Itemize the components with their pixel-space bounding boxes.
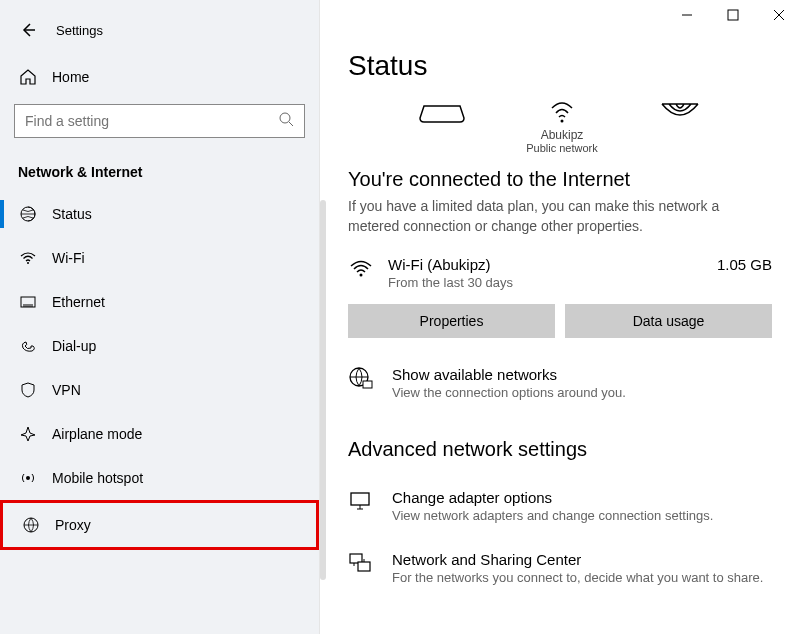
search-box[interactable] — [14, 104, 305, 138]
connection-sub: From the last 30 days — [388, 275, 717, 290]
show-networks-row[interactable]: Show available networks View the connect… — [348, 366, 772, 400]
app-title: Settings — [56, 23, 103, 38]
connection-row: Wi-Fi (Abukipz) From the last 30 days 1.… — [348, 256, 772, 290]
advanced-heading: Advanced network settings — [348, 438, 772, 461]
sidebar-item-label: Dial-up — [52, 338, 96, 354]
maximize-button[interactable] — [710, 0, 756, 30]
sidebar-item-label: Status — [52, 206, 92, 222]
option-title: Change adapter options — [392, 489, 713, 506]
globe-icon — [348, 366, 378, 396]
wifi-icon — [348, 256, 378, 286]
sidebar-item-airplane[interactable]: Airplane mode — [0, 412, 319, 456]
search-input[interactable] — [25, 113, 278, 129]
wifi-icon — [18, 249, 38, 267]
globe-icon — [658, 100, 702, 130]
page-title: Status — [348, 50, 772, 82]
sidebar: Settings Home Network & Internet Status — [0, 0, 320, 634]
device-icon — [418, 100, 466, 130]
titlebar: Settings — [0, 10, 319, 58]
sidebar-item-label: Airplane mode — [52, 426, 142, 442]
sidebar-item-hotspot[interactable]: Mobile hotspot — [0, 456, 319, 500]
proxy-icon — [21, 516, 41, 534]
sharing-icon — [348, 551, 378, 581]
sidebar-item-wifi[interactable]: Wi-Fi — [0, 236, 319, 280]
back-button[interactable] — [14, 16, 42, 44]
sidebar-item-label: Mobile hotspot — [52, 470, 143, 486]
option-sub: For the networks you connect to, decide … — [392, 570, 763, 585]
svg-point-2 — [27, 262, 29, 264]
option-sub: View network adapters and change connect… — [392, 508, 713, 523]
hotspot-icon — [18, 469, 38, 487]
nav-list: Status Wi-Fi Ethernet Dial-up VPN Airpla… — [0, 192, 319, 550]
sidebar-item-status[interactable]: Status — [0, 192, 319, 236]
diagram-sub: Public network — [526, 142, 598, 154]
close-button[interactable] — [756, 0, 802, 30]
airplane-icon — [18, 425, 38, 443]
adapter-icon — [348, 489, 378, 519]
connection-name: Wi-Fi (Abukipz) — [388, 256, 717, 273]
svg-rect-10 — [363, 381, 372, 388]
diagram-label: Abukipz — [541, 128, 584, 142]
data-usage-button[interactable]: Data usage — [565, 304, 772, 338]
dialup-icon — [18, 337, 38, 355]
sidebar-item-label: VPN — [52, 382, 81, 398]
svg-point-0 — [280, 113, 290, 123]
connection-usage: 1.05 GB — [717, 256, 772, 273]
home-label: Home — [52, 69, 89, 85]
properties-button[interactable]: Properties — [348, 304, 555, 338]
connected-heading: You're connected to the Internet — [348, 168, 772, 191]
sidebar-item-label: Ethernet — [52, 294, 105, 310]
status-icon — [18, 205, 38, 223]
home-icon — [18, 68, 38, 86]
option-sub: View the connection options around you. — [392, 385, 626, 400]
vpn-icon — [18, 381, 38, 399]
adapter-options-row[interactable]: Change adapter options View network adap… — [348, 489, 772, 523]
nav-home[interactable]: Home — [0, 58, 319, 96]
wifi-connection-icon: Abukipz Public network — [526, 100, 598, 154]
svg-point-4 — [26, 476, 30, 480]
window-controls — [664, 0, 802, 30]
sharing-center-row[interactable]: Network and Sharing Center For the netwo… — [348, 551, 772, 585]
sidebar-item-proxy[interactable]: Proxy — [0, 500, 319, 550]
sidebar-item-label: Wi-Fi — [52, 250, 85, 266]
minimize-button[interactable] — [664, 0, 710, 30]
option-title: Show available networks — [392, 366, 626, 383]
sidebar-item-label: Proxy — [55, 517, 91, 533]
svg-rect-6 — [728, 10, 738, 20]
search-icon — [278, 111, 294, 131]
main-content: Status Abukipz Public network You're con… — [320, 0, 802, 634]
ethernet-icon — [18, 293, 38, 311]
network-diagram: Abukipz Public network — [348, 100, 772, 154]
sidebar-item-vpn[interactable]: VPN — [0, 368, 319, 412]
svg-rect-11 — [351, 493, 369, 505]
connected-text: If you have a limited data plan, you can… — [348, 197, 772, 236]
svg-point-7 — [560, 120, 563, 123]
option-title: Network and Sharing Center — [392, 551, 763, 568]
category-title: Network & Internet — [0, 148, 319, 192]
svg-point-8 — [360, 274, 363, 277]
svg-rect-13 — [358, 562, 370, 571]
sidebar-item-ethernet[interactable]: Ethernet — [0, 280, 319, 324]
sidebar-item-dialup[interactable]: Dial-up — [0, 324, 319, 368]
